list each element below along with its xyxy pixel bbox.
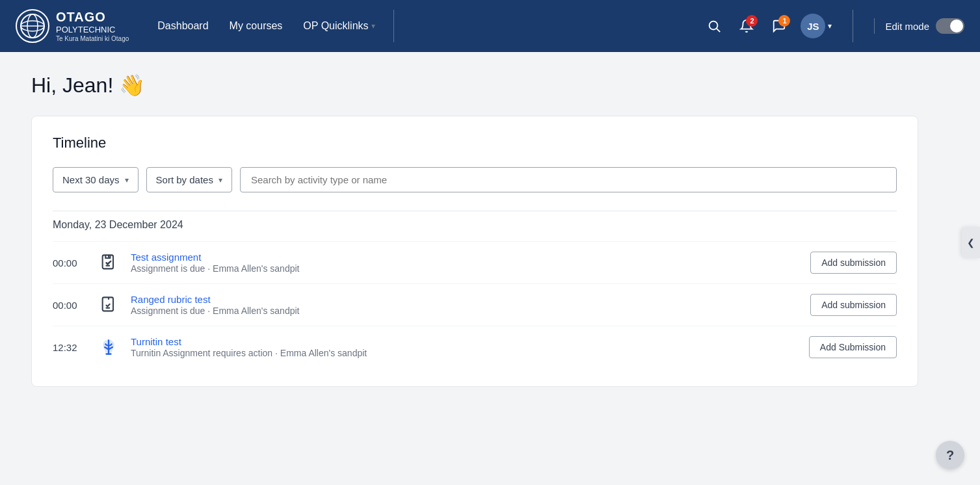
chevron-down-icon: ▾	[371, 21, 375, 31]
logo[interactable]: OTAGO POLYTECHNIC Te Kura Matatini ki Ot…	[16, 9, 129, 43]
assignment-icon-2	[97, 293, 120, 317]
item-title-1[interactable]: Test assignment	[131, 252, 800, 263]
timeline-item: 12:32 Turnitin test Turnitin Assignment …	[53, 326, 897, 368]
item-details-3: Turnitin test Turnitin Assignment requir…	[131, 336, 799, 359]
chevron-left-icon: ❮	[967, 237, 975, 248]
item-title-2[interactable]: Ranged rubric test	[131, 294, 800, 305]
collapse-sidebar-button[interactable]: ❮	[962, 227, 980, 258]
svg-point-4	[709, 21, 718, 30]
nav-links: Dashboard My courses OP Quicklinks ▾	[150, 0, 382, 52]
timeline-title: Timeline	[53, 135, 897, 151]
messages-button[interactable]: 1	[768, 15, 790, 37]
timeline-filters: Next 30 days ▾ Sort by dates ▾	[53, 167, 897, 192]
search-box	[240, 167, 897, 192]
notifications-badge: 2	[746, 15, 758, 27]
logo-circle	[16, 9, 49, 43]
page-greeting: Hi, Jean! 👋	[31, 73, 918, 98]
avatar: JS	[801, 14, 825, 38]
nav-dashboard[interactable]: Dashboard	[150, 15, 216, 37]
logo-text: OTAGO POLYTECHNIC Te Kura Matatini ki Ot…	[56, 9, 129, 43]
add-submission-button-3[interactable]: Add Submission	[809, 336, 897, 358]
item-subtitle-3: Turnitin Assignment requires action · Em…	[131, 348, 367, 358]
navbar: OTAGO POLYTECHNIC Te Kura Matatini ki Ot…	[0, 0, 980, 52]
user-chevron-icon: ▾	[828, 21, 832, 31]
item-title-3[interactable]: Turnitin test	[131, 336, 799, 347]
item-time-3: 12:32	[53, 342, 86, 353]
days-chevron-icon: ▾	[125, 176, 129, 185]
nav-my-courses[interactable]: My courses	[222, 15, 291, 37]
item-details-1: Test assignment Assignment is due · Emma…	[131, 252, 800, 274]
search-input[interactable]	[240, 167, 897, 192]
sort-filter-label: Sort by dates	[156, 174, 213, 185]
sort-filter-dropdown[interactable]: Sort by dates ▾	[146, 167, 232, 192]
date-header: Monday, 23 December 2024	[53, 211, 897, 236]
days-filter-dropdown[interactable]: Next 30 days ▾	[53, 167, 139, 192]
svg-rect-7	[103, 297, 113, 311]
nav-op-quicklinks[interactable]: OP Quicklinks ▾	[295, 15, 382, 37]
search-button[interactable]	[703, 15, 725, 37]
nav-divider-2	[853, 10, 853, 42]
timeline-item: 00:00 Test assignment Assignment is due …	[53, 241, 897, 283]
add-submission-button-1[interactable]: Add submission	[810, 252, 897, 274]
assignment-icon-1	[97, 251, 120, 274]
nav-right: 2 1 JS ▾ Edit mode	[703, 10, 964, 42]
edit-mode-toggle[interactable]	[936, 18, 964, 34]
days-filter-label: Next 30 days	[62, 174, 120, 185]
timeline-card: Timeline Next 30 days ▾ Sort by dates ▾ …	[31, 116, 918, 387]
edit-mode-label: Edit mode	[885, 21, 929, 32]
timeline-item: 00:00 Ranged rubric test Assignment is d…	[53, 283, 897, 326]
turnitin-icon	[97, 335, 120, 359]
help-button[interactable]: ?	[936, 441, 964, 469]
item-details-2: Ranged rubric test Assignment is due · E…	[131, 294, 800, 317]
item-subtitle-2: Assignment is due · Emma Allen's sandpit	[131, 306, 299, 316]
item-subtitle-1: Assignment is due · Emma Allen's sandpit	[131, 263, 299, 274]
nav-divider	[393, 10, 394, 42]
sort-chevron-icon: ▾	[219, 176, 222, 185]
item-time-1: 00:00	[53, 257, 86, 269]
notifications-button[interactable]: 2	[735, 15, 758, 37]
toggle-knob	[950, 20, 963, 33]
svg-rect-6	[103, 255, 113, 269]
item-time-2: 00:00	[53, 300, 86, 311]
main-content: Hi, Jean! 👋 Timeline Next 30 days ▾ Sort…	[0, 52, 949, 408]
messages-badge: 1	[778, 15, 790, 27]
svg-line-5	[717, 29, 721, 32]
edit-mode-section: Edit mode	[874, 18, 964, 34]
add-submission-button-2[interactable]: Add submission	[810, 294, 897, 316]
user-menu[interactable]: JS ▾	[801, 14, 832, 38]
